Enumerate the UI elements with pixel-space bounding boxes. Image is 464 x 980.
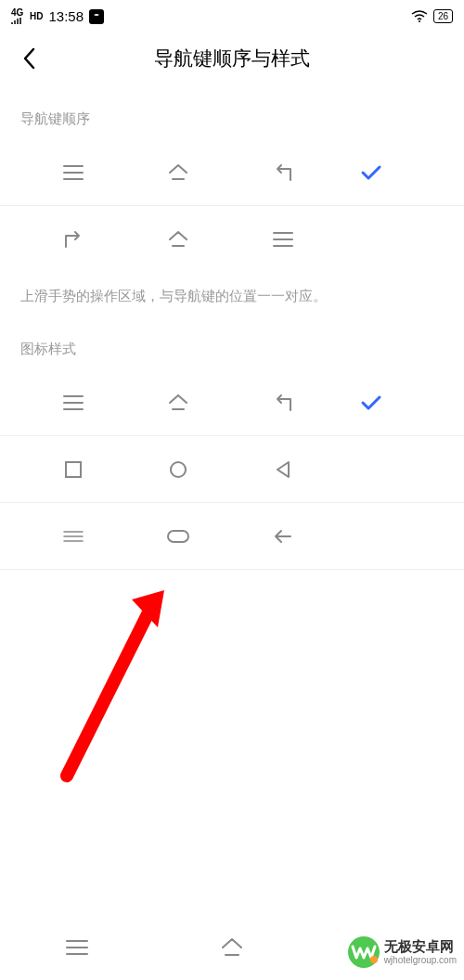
- hd-indicator: HD: [30, 12, 43, 21]
- home-icon: [165, 226, 191, 252]
- menu-icon: [270, 226, 296, 252]
- square-icon: [60, 457, 86, 483]
- wifi-icon: [411, 10, 428, 23]
- section-order-desc: 上滑手势的操作区域，与导航键的位置一一对应。: [0, 273, 464, 315]
- style-option-1[interactable]: [0, 369, 464, 436]
- status-bar: 4G HD 13:58 26: [0, 0, 464, 32]
- style-option-2[interactable]: [0, 436, 464, 503]
- status-left: 4G HD 13:58: [11, 8, 104, 25]
- svg-point-4: [348, 936, 380, 968]
- svg-rect-3: [168, 531, 188, 542]
- watermark-url: wjhotelgroup.com: [384, 955, 457, 965]
- svg-point-2: [171, 462, 186, 477]
- order-option-1[interactable]: [0, 139, 464, 206]
- watermark-logo-icon: [347, 935, 380, 969]
- home-icon: [165, 160, 191, 186]
- status-right: 26: [411, 9, 453, 23]
- circle-icon: [165, 457, 191, 483]
- svg-point-5: [370, 956, 378, 963]
- time-display: 13:58: [48, 8, 84, 24]
- back-button[interactable]: [15, 45, 43, 72]
- section-order-label: 导航键顺序: [0, 84, 464, 139]
- menu-icon: [60, 390, 86, 416]
- back-nav-icon: [60, 226, 86, 252]
- check-icon: [360, 164, 382, 181]
- order-option-2[interactable]: [0, 206, 464, 273]
- notification-icon: [89, 9, 104, 24]
- menu-thin-icon: [60, 523, 86, 549]
- back-nav-icon: [270, 390, 296, 416]
- home-icon: [165, 390, 191, 416]
- chevron-left-icon: [22, 47, 35, 70]
- triangle-back-icon: [270, 457, 296, 483]
- svg-point-0: [419, 20, 420, 22]
- svg-rect-1: [66, 462, 81, 477]
- pill-icon: [165, 523, 191, 549]
- style-option-3[interactable]: [0, 503, 464, 570]
- system-home-button[interactable]: [219, 935, 245, 961]
- menu-icon: [60, 160, 86, 186]
- page-title: 导航键顺序与样式: [154, 45, 310, 71]
- arrow-left-icon: [270, 523, 296, 549]
- watermark: 无极安卓网 wjhotelgroup.com: [347, 935, 457, 969]
- signal-indicator: 4G: [11, 8, 24, 25]
- system-menu-button[interactable]: [64, 935, 90, 961]
- check-icon: [360, 394, 382, 411]
- back-nav-icon: [270, 160, 296, 186]
- page-header: 导航键顺序与样式: [0, 32, 464, 84]
- watermark-brand: 无极安卓网: [384, 939, 457, 955]
- section-style-label: 图标样式: [0, 315, 464, 369]
- battery-indicator: 26: [433, 9, 453, 23]
- annotation-arrow: [58, 590, 178, 785]
